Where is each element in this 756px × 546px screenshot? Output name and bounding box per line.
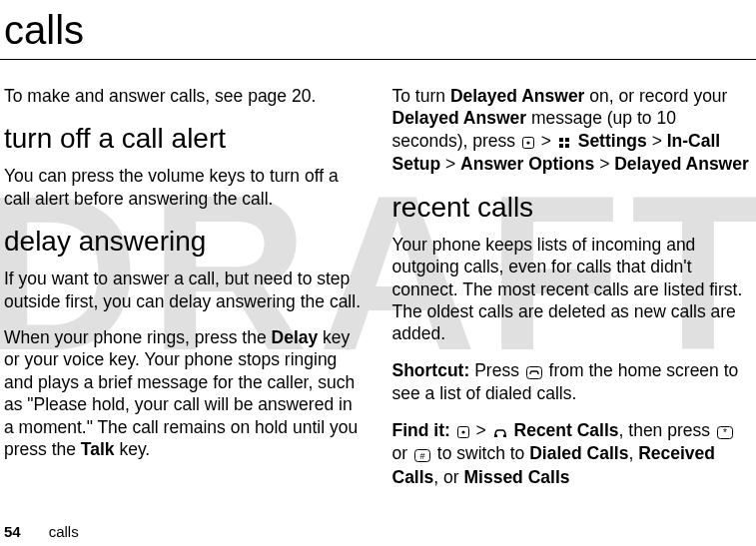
page-footer: 54calls (4, 523, 79, 540)
text-fragment: or (392, 443, 412, 463)
heading-turn-off-alert: turn off a call alert (4, 123, 365, 155)
heading-delay-answering: delay answering (4, 226, 365, 258)
right-column: To turn Delayed Answer on, or record you… (392, 85, 753, 502)
paragraph-turn-off-alert: You can press the volume keys to turn of… (4, 165, 365, 210)
hash-key-icon: # (414, 443, 430, 465)
label-dialed-calls: Dialed Calls (529, 443, 628, 463)
text-fragment: > (471, 420, 491, 440)
text-fragment: > (536, 131, 556, 151)
text-fragment: key. (115, 439, 151, 459)
paragraph-delay-intro: If you want to answer a call, but need t… (4, 268, 365, 312)
intro-paragraph: To make and answer calls, see page 20. (4, 85, 365, 107)
talk-key-label: Talk (81, 439, 115, 459)
label-delayed-answer: Delayed Answer (450, 86, 585, 106)
svg-point-8 (461, 431, 464, 434)
paragraph-shortcut: Shortcut: Press from the home screen to … (392, 359, 753, 405)
paragraph-recent-calls: Your phone keeps lists of incoming and o… (392, 234, 753, 345)
text-fragment: to switch to (432, 443, 529, 463)
label-shortcut: Shortcut: (392, 360, 470, 380)
text-fragment: When your phone rings, press the (4, 327, 272, 347)
heading-recent-calls: recent calls (392, 192, 753, 224)
footer-section-label: calls (49, 523, 79, 540)
paragraph-find-it: Find it: > Recent Calls, then press * or… (392, 419, 753, 489)
label-answer-options: Answer Options (460, 154, 594, 174)
text-fragment: Press (469, 360, 523, 380)
paragraph-delay-detail: When your phone rings, press the Delay k… (4, 326, 365, 460)
svg-rect-10 (503, 435, 506, 438)
text-fragment: , then press (619, 420, 715, 440)
delay-key-label: Delay (272, 327, 319, 347)
svg-text:*: * (723, 427, 727, 438)
svg-text:#: # (419, 451, 424, 461)
left-column: To make and answer calls, see page 20. t… (4, 85, 365, 502)
svg-rect-9 (494, 435, 497, 438)
text-fragment: > (594, 154, 614, 174)
center-key-icon (522, 131, 534, 153)
svg-rect-5 (565, 144, 569, 148)
label-find-it: Find it: (392, 420, 450, 440)
page-content: calls To make and answer calls, see page… (0, 0, 756, 502)
page-title: calls (0, 0, 756, 60)
settings-icon (558, 131, 571, 153)
page-number: 54 (4, 523, 21, 540)
two-column-layout: To make and answer calls, see page 20. t… (0, 85, 756, 502)
star-key-icon: * (717, 420, 733, 442)
text-fragment: > (647, 131, 667, 151)
text-fragment: , or (433, 467, 463, 487)
center-key-icon (457, 420, 469, 442)
text-fragment: > (440, 154, 460, 174)
text-fragment: on, or record your (584, 86, 727, 106)
paragraph-delayed-answer-setup: To turn Delayed Answer on, or record you… (392, 85, 753, 176)
label-recent-calls: Recent Calls (514, 420, 619, 440)
svg-rect-2 (559, 138, 563, 142)
label-delayed-answer: Delayed Answer (392, 108, 527, 128)
text-fragment: , (628, 443, 638, 463)
svg-point-1 (526, 142, 529, 145)
label-delayed-answer: Delayed Answer (614, 154, 749, 174)
send-key-icon (526, 360, 542, 382)
svg-rect-4 (559, 144, 563, 148)
text-fragment: To turn (392, 86, 450, 106)
recent-calls-icon (493, 420, 507, 442)
svg-rect-6 (526, 366, 541, 378)
label-settings: Settings (578, 131, 647, 151)
svg-rect-3 (565, 138, 569, 142)
label-missed-calls: Missed Calls (463, 467, 569, 487)
